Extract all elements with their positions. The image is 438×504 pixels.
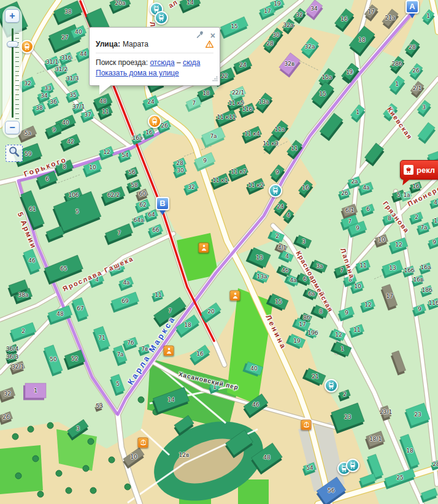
building-number-label: 1 [340,346,344,352]
building-number-label: 32а [305,44,315,50]
map-canvas[interactable]: 3827404431б31/131/231/332333435363837/13… [0,0,438,504]
zoom-tick [15,104,19,105]
route-from-link[interactable]: отсюда [150,58,174,67]
building-number-label: 13 [389,265,396,271]
building-number-label: 16 [145,130,152,136]
building-number-label: 106 [68,193,79,198]
building-number-label: 23 [344,414,351,420]
building-number-label: 13а [257,274,267,280]
building-number-label: 9 [275,170,279,175]
building-number-label: 18б [421,288,432,293]
close-icon[interactable]: × [210,32,215,39]
building-number-label: 65 [60,266,67,272]
building-number-label: 6/1 [345,208,354,213]
building-number-label: 24 [239,63,246,68]
trolleybus-stop-icon[interactable] [346,459,359,472]
building-number-label: 11 к11 [217,115,236,120]
building-number-label: 11 к2 [248,183,263,188]
trolleybus-stop-icon[interactable] [155,11,168,25]
building-number-label: 8 [319,309,323,315]
zoom-slider-handle[interactable] [7,41,18,47]
zoom-tick [15,113,19,114]
building-number-label: 32а [283,23,294,28]
tram-stop-icon[interactable] [148,115,161,128]
building-number-label: 4а [363,185,369,191]
building-number-label: 28 [432,462,438,467]
zoom-in-button[interactable]: + [5,9,20,23]
building-number-label: 6 [303,277,307,282]
building-number-label: 12 [364,302,371,308]
building-number-label: 44 [80,52,86,57]
building-number-label: 7 [117,231,121,236]
building-number-label: 64 [148,212,155,218]
building-number-label: 54 [306,465,313,471]
building-number-label: 16 [412,184,419,189]
building-number-label: 2 [275,234,279,239]
building-number-label: 11 к3 [263,141,278,147]
building-number-label: 7а [420,225,427,231]
building-number-label: 58 [131,183,137,188]
building-number-label: 5а [24,131,31,136]
monument-icon[interactable] [164,346,174,356]
building-number-label: 22 [221,74,228,79]
fountain-icon[interactable] [301,420,312,430]
route-separator: – [177,58,181,67]
building-number-label: 27 [61,35,68,40]
building-number-label: 9 [349,69,353,75]
ad-banner[interactable]: рекл [400,160,438,180]
fountain-icon[interactable] [138,438,148,448]
building-number-label: 9 [52,128,56,133]
building-number-label: 2 [343,392,347,397]
route-marker-a[interactable]: А [405,0,419,18]
building-number-label: 23/1 [380,410,392,415]
magnifier-button[interactable] [6,145,23,162]
building-number-label: 4 [286,213,290,218]
building-number-label: 42 [67,139,74,145]
building-number-label: 5 [75,209,79,215]
building-number-label: 7 [168,308,172,314]
zoom-out-button[interactable]: − [5,121,20,134]
route-marker-b[interactable]: В [156,197,169,215]
building-number-label: 10 [130,454,137,460]
pin-icon[interactable] [196,31,204,40]
building-number-label: 31б [61,55,71,61]
monument-icon[interactable] [199,243,209,253]
balloon-title-value: Марата [123,40,148,48]
building-number-label: 1 [356,110,359,115]
building-number-label: 11 [359,263,366,269]
building-number-label: 3 [302,239,305,245]
search-icon [7,145,21,161]
show-houses-link[interactable]: Показать дома на улице [96,69,179,77]
building-number-label: 15 [231,24,237,29]
building-number-label: 32/1 [12,364,24,370]
building-number-label: 26 [2,414,9,420]
building-number-label: 1 [34,388,37,394]
building-number-label: 9 [356,226,359,231]
building-number-label: 23 [414,412,421,418]
building-number-label: 18 [406,448,413,454]
zoom-tick [15,80,19,81]
building-number-label: 3 [422,105,426,110]
building-number-label: 1 [426,13,430,19]
building-number-label: 4а [123,280,129,286]
building-number-label: 48 [99,99,106,104]
building-number-label: 12 [103,150,110,155]
building-number-label: 46 [28,258,35,264]
trolleybus-stop-icon[interactable] [269,184,282,197]
building-number-label: 13а [259,99,269,105]
building-number-label: 7а [117,352,123,357]
building-number-label: 6а [308,291,315,297]
building-number-label: 62 [139,202,146,208]
building-number-label: 2 [21,329,25,334]
building-number-label: 6 [366,207,370,212]
building-number-label: 32 [296,12,302,18]
building-number-label: 2б [341,191,348,196]
building-number-label: 28 [266,41,273,47]
monument-icon[interactable] [230,291,240,301]
warning-icon [206,40,213,48]
tram-stop-icon[interactable] [20,40,34,53]
route-to-link[interactable]: сюда [183,58,200,67]
building-number-label: 32в [285,61,295,67]
trolleybus-stop-icon[interactable] [325,379,338,392]
resize-grip-icon[interactable] [212,75,218,83]
